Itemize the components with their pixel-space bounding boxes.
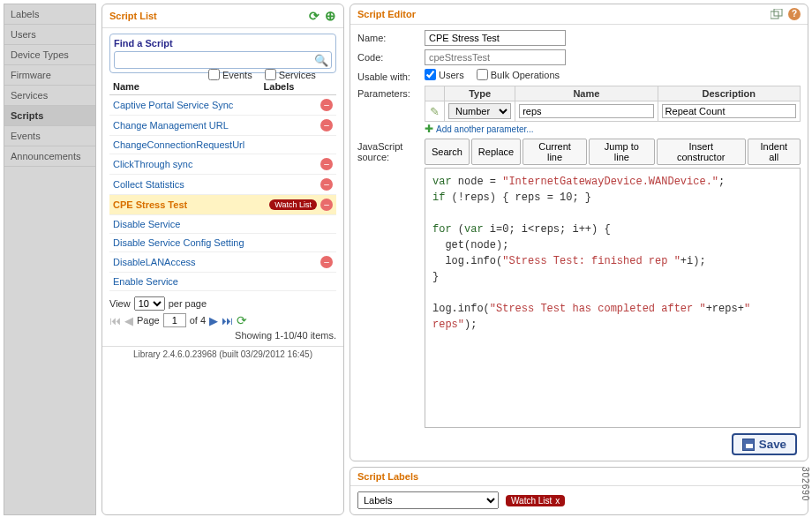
delete-icon[interactable]: –	[320, 178, 333, 191]
script-link[interactable]: Disable Service Config Setting	[113, 237, 244, 248]
script-link[interactable]: Disable Service	[113, 219, 180, 229]
js-btn-search[interactable]: Search	[425, 139, 470, 165]
first-page-icon[interactable]: ⏮	[109, 314, 121, 327]
script-link[interactable]: Collect Statistics	[113, 179, 184, 190]
param-col-desc: Description	[658, 86, 800, 101]
search-icon[interactable]: 🔍	[314, 54, 328, 67]
find-script-title: Find a Script	[114, 38, 332, 49]
table-row[interactable]: DisableLANAccess–	[109, 252, 336, 273]
table-row[interactable]: Disable Service Config Setting	[109, 234, 336, 252]
nav-item-firmware[interactable]: Firmware	[4, 65, 95, 86]
js-btn-insert-constructor[interactable]: Insert constructor	[657, 139, 746, 165]
js-btn-jump[interactable]: Jump to line	[589, 139, 655, 165]
add-script-icon[interactable]: ⊕	[325, 8, 336, 24]
help-icon[interactable]: ?	[788, 8, 801, 20]
label-tag-watch-list: Watch List x	[506, 495, 565, 506]
script-link[interactable]: Enable Service	[113, 276, 178, 287]
showing-text: Showing 1-10/40 items.	[109, 327, 336, 341]
usable-services-checkbox[interactable]	[265, 69, 276, 80]
js-btn-current-line[interactable]: Current line	[523, 139, 587, 165]
js-toolbar: Search Replace Current line Jump to line…	[425, 139, 801, 165]
find-script-input[interactable]	[117, 53, 314, 67]
param-desc-input[interactable]	[662, 104, 796, 118]
nav-item-device-types[interactable]: Device Types	[4, 45, 95, 65]
param-col-type: Type	[445, 86, 515, 101]
page-label: Page	[137, 315, 160, 326]
usable-bulk-checkbox[interactable]	[477, 69, 488, 80]
parameters-label: Parameters:	[357, 86, 417, 99]
table-row[interactable]: Collect Statistics–	[109, 175, 336, 195]
delete-icon[interactable]: –	[320, 99, 333, 111]
library-footer: Library 2.4.6.0.23968 (built 03/29/2012 …	[102, 346, 343, 362]
script-labels-panel: Script Labels Labels Watch List x	[350, 467, 808, 515]
delete-icon[interactable]: –	[320, 158, 333, 170]
script-link[interactable]: ChangeConnectionRequestUrl	[113, 139, 244, 150]
table-row[interactable]: CPE Stress TestWatch List–	[109, 195, 336, 215]
param-name-input[interactable]	[519, 104, 653, 118]
js-btn-replace[interactable]: Replace	[471, 139, 521, 165]
nav-item-users[interactable]: Users	[4, 25, 95, 45]
delete-icon[interactable]: –	[320, 199, 333, 211]
page-input[interactable]	[163, 313, 186, 327]
script-editor-panel: Script Editor ? Name: Code: Usable with:…	[350, 4, 808, 461]
image-id: 302690	[801, 467, 810, 501]
script-name-input[interactable]	[425, 30, 566, 46]
save-button[interactable]: Save	[732, 433, 797, 455]
table-row[interactable]: Enable Service	[109, 273, 336, 291]
table-row[interactable]: Disable Service	[109, 215, 336, 234]
js-btn-indent-all[interactable]: Indent all	[748, 139, 801, 165]
watch-list-badge: Watch List	[269, 199, 317, 210]
popout-icon[interactable]	[771, 9, 783, 19]
nav-item-events[interactable]: Events	[4, 126, 95, 146]
find-script-box: Find a Script 🔍	[109, 34, 336, 73]
col-name[interactable]: Name	[109, 79, 260, 95]
refresh-icon[interactable]: ⟳	[309, 9, 320, 23]
table-row[interactable]: ChangeConnectionRequestUrl	[109, 136, 336, 154]
nav-item-scripts[interactable]: Scripts	[4, 106, 95, 126]
save-disk-icon	[742, 439, 755, 451]
labels-select[interactable]: Labels	[357, 491, 499, 509]
script-link[interactable]: ClickThrough sync	[113, 159, 192, 169]
table-row[interactable]: Captive Portal Service Sync–	[109, 95, 336, 116]
script-link[interactable]: DisableLANAccess	[113, 257, 196, 267]
nav-item-labels[interactable]: Labels	[4, 4, 95, 25]
save-button-label: Save	[759, 438, 786, 451]
next-page-icon[interactable]: ▶	[209, 314, 218, 327]
add-parameter-link[interactable]: Add another parameter...	[436, 122, 534, 134]
of-pages: of 4	[190, 315, 206, 326]
col-labels[interactable]: Labels	[260, 79, 336, 95]
usable-users-checkbox[interactable]	[425, 69, 436, 80]
remove-label-icon[interactable]: x	[555, 496, 560, 506]
param-type-select[interactable]: Number	[448, 103, 511, 119]
pager: View 10 per page ⏮ ◀ Page of 4 ▶ ⏭ ⟳ Sho…	[109, 296, 336, 341]
usable-events-checkbox[interactable]	[208, 69, 220, 80]
table-row[interactable]: ClickThrough sync–	[109, 154, 336, 175]
code-editor[interactable]: var node = "InternetGatewayDevice.WANDev…	[425, 168, 801, 428]
usable-bulk-label: Bulk Operations	[491, 70, 560, 80]
delete-icon[interactable]: –	[320, 119, 333, 131]
left-nav: Labels Users Device Types Firmware Servi…	[4, 4, 96, 515]
last-page-icon[interactable]: ⏭	[222, 314, 233, 327]
param-row-action-icon[interactable]: ✎	[430, 105, 440, 118]
script-editor-title: Script Editor	[357, 9, 416, 19]
delete-icon[interactable]: –	[320, 256, 333, 268]
script-list-title: Script List	[109, 11, 157, 21]
add-param-icon[interactable]: ✚	[425, 123, 433, 135]
code-label: Code:	[357, 49, 417, 63]
nav-item-services[interactable]: Services	[4, 86, 95, 106]
nav-item-announcements[interactable]: Announcements	[4, 146, 95, 167]
per-page-select[interactable]: 10	[134, 296, 165, 311]
script-table: Name Labels Captive Portal Service Sync–…	[109, 79, 336, 291]
script-link[interactable]: CPE Stress Test	[113, 199, 187, 210]
script-link[interactable]: Captive Portal Service Sync	[113, 100, 233, 110]
usable-label: Usable with:	[357, 69, 417, 82]
prev-page-icon[interactable]: ◀	[124, 314, 133, 327]
script-link[interactable]: Change Management URL	[113, 120, 229, 131]
param-col-name: Name	[515, 86, 658, 101]
usable-events-label: Events	[222, 70, 252, 80]
script-code-input	[425, 49, 566, 65]
pager-refresh-icon[interactable]: ⟳	[237, 313, 247, 327]
script-list-panel: Script List ⟳ ⊕ Find a Script 🔍 Name Lab…	[102, 4, 344, 515]
table-row[interactable]: Change Management URL–	[109, 116, 336, 136]
usable-services-label: Services	[279, 70, 316, 80]
